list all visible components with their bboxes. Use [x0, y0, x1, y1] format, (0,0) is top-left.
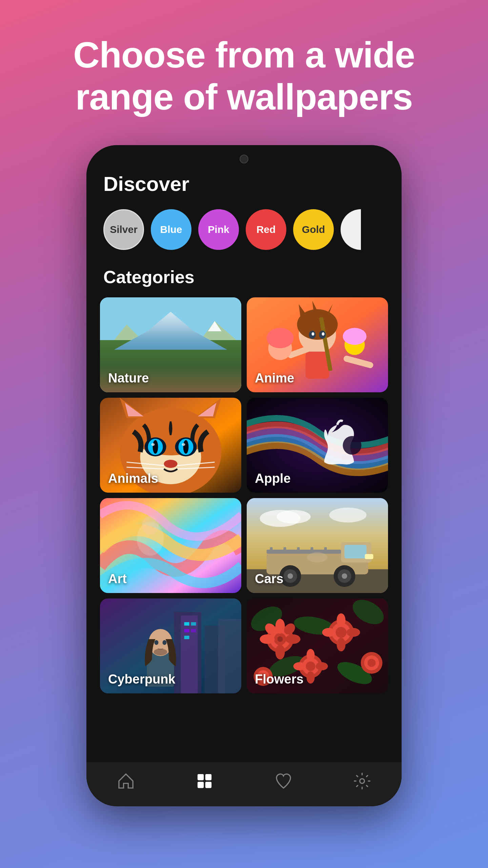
flowers-label: Flowers	[255, 672, 304, 687]
svg-rect-132	[205, 774, 211, 780]
svg-point-43	[182, 443, 185, 446]
svg-point-105	[276, 619, 285, 634]
category-card-flowers[interactable]: Flowers	[247, 598, 388, 693]
svg-point-26	[312, 332, 314, 336]
nature-label: Nature	[108, 371, 149, 386]
svg-point-121	[307, 649, 315, 661]
svg-point-114	[337, 613, 346, 627]
svg-point-92	[155, 640, 159, 645]
nav-home[interactable]	[117, 772, 135, 790]
svg-rect-68	[284, 547, 286, 553]
chip-blue[interactable]: Blue	[151, 209, 191, 250]
svg-rect-69	[297, 547, 300, 553]
svg-point-120	[306, 662, 316, 671]
cars-label: Cars	[255, 572, 284, 586]
svg-rect-89	[184, 636, 189, 639]
color-chips-row: Silver Blue Pink Red Gold	[100, 209, 388, 250]
svg-marker-7	[113, 347, 123, 365]
categories-title: Categories	[100, 267, 388, 287]
category-card-animals[interactable]: Animals	[100, 398, 241, 493]
grid-icon	[195, 772, 214, 790]
svg-point-75	[288, 573, 293, 579]
svg-point-62	[329, 508, 367, 522]
home-icon	[117, 772, 135, 790]
svg-rect-70	[311, 547, 313, 553]
category-card-nature[interactable]: Nature	[100, 297, 241, 392]
svg-point-12	[198, 378, 232, 390]
phone-outer: Discover Silver Blue Pink Red	[86, 145, 402, 806]
svg-rect-133	[198, 782, 204, 788]
svg-point-127	[368, 659, 376, 667]
svg-rect-134	[205, 782, 211, 788]
headline: Choose from a wide range of wallpapers	[33, 0, 455, 138]
nav-settings[interactable]	[353, 772, 371, 790]
svg-point-94	[154, 649, 167, 655]
phone-screen: Discover Silver Blue Pink Red	[86, 145, 402, 806]
svg-point-54	[343, 436, 362, 455]
svg-point-29	[267, 328, 294, 348]
svg-rect-87	[184, 629, 189, 632]
cyberpunk-label: Cyberpunk	[108, 672, 175, 687]
svg-rect-131	[198, 774, 204, 780]
chip-partial	[341, 209, 361, 250]
chip-pink[interactable]: Pink	[198, 209, 239, 250]
svg-rect-83	[218, 619, 242, 693]
anime-label: Anime	[255, 371, 294, 386]
svg-rect-85	[184, 622, 189, 626]
svg-rect-88	[191, 629, 196, 632]
art-label: Art	[108, 572, 127, 586]
headline-line2: range of wallpapers	[75, 76, 412, 117]
animals-label: Animals	[108, 471, 158, 486]
svg-point-57	[142, 516, 159, 535]
category-card-apple[interactable]: Apple	[247, 398, 388, 493]
category-card-anime[interactable]: Anime	[247, 297, 388, 392]
svg-point-107	[260, 634, 275, 644]
settings-icon	[353, 772, 371, 790]
svg-point-108	[286, 634, 301, 644]
svg-point-44	[164, 460, 178, 468]
svg-point-104	[278, 636, 283, 642]
svg-rect-72	[365, 554, 373, 559]
category-card-cars[interactable]: Cars	[247, 498, 388, 593]
svg-point-106	[276, 645, 285, 659]
svg-point-113	[336, 627, 347, 638]
nav-discover[interactable]	[195, 772, 214, 790]
svg-rect-67	[270, 547, 273, 553]
svg-point-116	[322, 628, 336, 637]
headline-line1: Choose from a wide	[73, 34, 415, 75]
svg-point-79	[307, 552, 328, 563]
svg-point-78	[342, 573, 347, 579]
svg-point-93	[163, 640, 167, 645]
bottom-navigation	[86, 762, 402, 806]
svg-point-61	[277, 510, 311, 524]
svg-marker-2	[161, 331, 174, 341]
svg-point-135	[360, 779, 365, 784]
chip-silver[interactable]: Silver	[103, 209, 144, 250]
categories-grid: Nature	[100, 297, 388, 700]
svg-point-124	[316, 662, 328, 670]
svg-rect-86	[191, 622, 196, 626]
svg-point-41	[183, 440, 189, 454]
category-card-cyberpunk[interactable]: Cyberpunk	[100, 598, 241, 693]
camera-notch	[240, 155, 248, 163]
svg-point-42	[151, 443, 155, 446]
svg-marker-9	[123, 352, 134, 367]
svg-point-40	[153, 440, 158, 454]
svg-rect-20	[306, 352, 329, 379]
chip-gold[interactable]: Gold	[293, 209, 334, 250]
svg-point-11	[147, 380, 188, 391]
phone-mockup: Discover Silver Blue Pink Red	[86, 145, 402, 806]
category-card-art[interactable]: Art	[100, 498, 241, 593]
apple-label: Apple	[255, 471, 291, 486]
svg-point-117	[347, 628, 360, 637]
svg-point-27	[322, 332, 325, 336]
svg-point-122	[307, 671, 315, 684]
discover-title: Discover	[100, 172, 388, 196]
svg-rect-65	[345, 545, 367, 558]
chip-red[interactable]: Red	[246, 209, 286, 250]
svg-point-115	[337, 638, 346, 651]
svg-marker-5	[102, 348, 113, 365]
nav-favorites[interactable]	[274, 772, 293, 790]
svg-rect-71	[324, 547, 327, 553]
svg-point-123	[293, 662, 306, 670]
